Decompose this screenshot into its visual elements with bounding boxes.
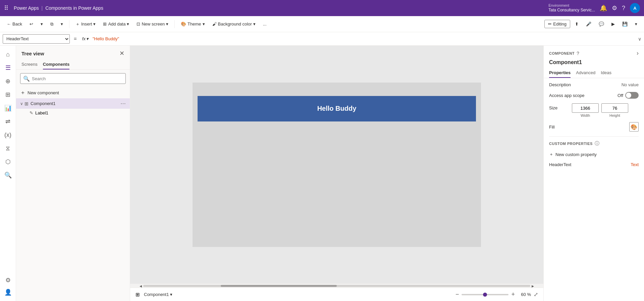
search-icon: 🔍 bbox=[23, 76, 30, 82]
header-text-prop-type: Text bbox=[631, 162, 639, 167]
apps-icon[interactable]: ⠿ bbox=[4, 4, 8, 12]
panel-collapse-button[interactable]: › bbox=[637, 50, 639, 57]
variables-icon-button[interactable]: (x) bbox=[2, 129, 14, 141]
avatar[interactable]: A bbox=[630, 3, 640, 13]
scrollbar-thumb bbox=[221, 285, 337, 287]
charts-icon-button[interactable]: 📊 bbox=[2, 102, 14, 114]
background-color-button[interactable]: 🖌 Background color ▾ bbox=[210, 20, 258, 28]
toggle-track[interactable] bbox=[625, 92, 639, 99]
chevron-down-icon[interactable]: ▾ bbox=[170, 292, 172, 297]
height-field: Height bbox=[601, 103, 628, 117]
tab-advanced[interactable]: Advanced bbox=[576, 68, 595, 78]
description-label: Description bbox=[549, 82, 571, 87]
chevron-down-icon: ▾ bbox=[93, 21, 96, 27]
search-icon-button[interactable]: 🔍 bbox=[2, 169, 14, 181]
component-title: Component1 bbox=[544, 58, 644, 68]
back-icon: ← bbox=[7, 21, 11, 27]
new-custom-property-button[interactable]: ＋ New custom property bbox=[549, 150, 597, 159]
connector-icon: ⇌ bbox=[5, 118, 10, 125]
main-content: ⌂ ☰ ⊕ ⊞ 📊 ⇌ (x) ⧖ ⬡ 🔍 ⚙ bbox=[0, 46, 644, 301]
play-button[interactable]: ▶ bbox=[609, 20, 618, 28]
formula-input[interactable] bbox=[93, 34, 635, 44]
share-icon: ⬆ bbox=[575, 21, 579, 27]
notification-icon[interactable]: 🔔 bbox=[600, 4, 607, 12]
user-icon-button[interactable]: 👤 bbox=[2, 286, 14, 298]
hello-buddy-component[interactable]: Hello Buddy bbox=[198, 96, 476, 121]
connectors-icon-button[interactable]: ⇌ bbox=[2, 115, 14, 128]
tree-view-panel: Tree view ✕ Screens Components 🔍 ＋ New c… bbox=[16, 46, 130, 301]
tree-view-header: Tree view ✕ bbox=[16, 46, 130, 60]
divider bbox=[549, 136, 639, 137]
data-icon-button[interactable]: ⊞ bbox=[2, 89, 14, 101]
control-selector[interactable]: HeaderText bbox=[3, 34, 70, 44]
canvas-footer: ⊞ Component1 ▾ − + 60 % ⤢ bbox=[130, 288, 543, 301]
search-input[interactable] bbox=[32, 76, 123, 81]
variables-icon: (x) bbox=[4, 132, 11, 139]
more-button[interactable]: ... bbox=[260, 20, 269, 28]
insert-icon-button[interactable]: ⊕ bbox=[2, 75, 14, 87]
width-input[interactable] bbox=[572, 103, 599, 113]
tab-components[interactable]: Components bbox=[43, 60, 69, 69]
home-icon-button[interactable]: ⌂ bbox=[2, 48, 14, 60]
tab-screens[interactable]: Screens bbox=[21, 60, 38, 69]
fx-button[interactable]: fx ▾ bbox=[81, 36, 90, 41]
tab-properties[interactable]: Properties bbox=[549, 68, 571, 78]
chevron-down-icon: ▾ bbox=[86, 36, 89, 41]
help-icon[interactable]: ? bbox=[622, 5, 625, 12]
tree-child-label1[interactable]: ✎ Label1 bbox=[16, 109, 130, 117]
component-more-button[interactable]: ⋯ bbox=[120, 100, 126, 107]
redo-dropdown-button[interactable]: ▾ bbox=[38, 20, 46, 28]
settings-icon[interactable]: ⚙ bbox=[612, 4, 617, 12]
zoom-out-button[interactable]: − bbox=[455, 291, 459, 298]
back-button[interactable]: ← Back bbox=[4, 20, 25, 28]
share-button[interactable]: ⬆ bbox=[572, 20, 581, 28]
flows-icon-button[interactable]: ⧖ bbox=[2, 142, 14, 154]
microphone-icon-button[interactable]: 🎤 bbox=[583, 20, 594, 28]
custom-properties-header: CUSTOM PROPERTIES ⓘ bbox=[549, 141, 639, 147]
zoom-expand-button[interactable]: ⤢ bbox=[534, 291, 538, 298]
tree-item-component1[interactable]: ∨ ⊞ Component1 ⋯ bbox=[16, 98, 130, 109]
height-input[interactable] bbox=[601, 103, 628, 113]
tree-search[interactable]: 🔍 bbox=[20, 73, 126, 84]
new-screen-button[interactable]: ⊡ New screen ▾ bbox=[134, 20, 171, 28]
plus-circle-icon: ⊕ bbox=[5, 78, 10, 85]
tree-close-button[interactable]: ✕ bbox=[119, 50, 124, 57]
height-label: Height bbox=[609, 113, 620, 117]
access-app-scope-label: Access app scope bbox=[549, 93, 585, 98]
zoom-slider[interactable] bbox=[462, 294, 508, 295]
tab-ideas[interactable]: Ideas bbox=[601, 68, 611, 78]
theme-button[interactable]: 🎨 Theme ▾ bbox=[178, 20, 207, 28]
left-sidebar-bottom: ⚙ 👤 bbox=[2, 274, 14, 298]
play-icon: ▶ bbox=[611, 21, 615, 27]
right-panel: COMPONENT ? › Component1 Properties Adva… bbox=[543, 46, 644, 301]
media-icon-button[interactable]: ⬡ bbox=[2, 156, 14, 168]
new-component-button[interactable]: ＋ New component bbox=[16, 87, 130, 98]
layers-icon-button[interactable]: ☰ bbox=[2, 62, 14, 74]
media-icon: ⬡ bbox=[5, 158, 11, 165]
access-app-scope-toggle[interactable]: Off bbox=[618, 92, 639, 99]
settings-icon-button[interactable]: ⚙ bbox=[2, 274, 14, 286]
save-dropdown-button[interactable]: ▾ bbox=[632, 20, 640, 28]
undo-button[interactable]: ↩ bbox=[27, 20, 36, 28]
custom-properties-label: CUSTOM PROPERTIES bbox=[549, 142, 593, 146]
copy-dropdown-button[interactable]: ▾ bbox=[58, 20, 66, 28]
help-icon-button[interactable]: ? bbox=[577, 51, 579, 56]
editing-button[interactable]: ✏ Editing bbox=[544, 20, 570, 28]
formula-collapse-icon[interactable]: ∨ bbox=[638, 36, 641, 42]
add-data-button[interactable]: ⊞ Add data ▾ bbox=[100, 20, 132, 28]
save-button[interactable]: 💾 bbox=[620, 20, 630, 28]
description-value: No value bbox=[622, 82, 639, 87]
comment-button[interactable]: 💬 bbox=[596, 20, 607, 28]
custom-properties-help-button[interactable]: ⓘ bbox=[595, 141, 599, 147]
zoom-in-button[interactable]: + bbox=[511, 291, 515, 298]
fill-label: Fill bbox=[549, 124, 555, 130]
chevron-down-icon: ▾ bbox=[635, 21, 637, 27]
edit-icon: ✏ bbox=[548, 21, 552, 27]
toolbar: ← Back ↩ ▾ ⧉ ▾ ＋ Insert ▾ ⊞ Add data ▾ ⊡… bbox=[0, 16, 644, 32]
environment-info: Environment Tata Consultancy Servic... bbox=[548, 3, 595, 13]
fill-color-swatch[interactable]: 🎨 bbox=[629, 122, 639, 132]
scrollbar-track[interactable] bbox=[143, 285, 530, 287]
copy-button[interactable]: ⧉ bbox=[48, 20, 56, 28]
top-bar-right: Environment Tata Consultancy Servic... 🔔… bbox=[548, 3, 640, 13]
insert-button[interactable]: ＋ Insert ▾ bbox=[73, 20, 99, 29]
